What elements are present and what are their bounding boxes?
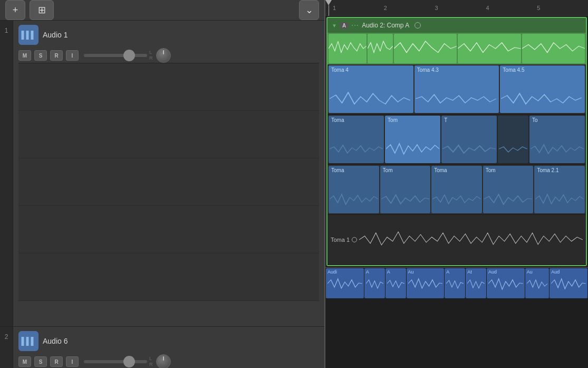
timeline-ruler: 1 2 3 4 5: [325, 0, 588, 16]
ruler-mark-1: 1: [333, 5, 384, 11]
take-waveform-r3-5: [535, 187, 584, 211]
comp-dots-icon[interactable]: ⋯: [351, 21, 359, 30]
fader-thumb-2[interactable]: [123, 356, 135, 367]
take-waveform-dark: [499, 137, 527, 161]
track-header-2: ▌▌▌ Audio 6 M S R I LR: [13, 327, 324, 368]
comp-label-a: A: [340, 22, 348, 29]
fader-thumb-1[interactable]: [123, 50, 135, 61]
take-clip-t-c[interactable]: T: [441, 116, 497, 163]
audio6-clip-2[interactable]: A: [364, 268, 385, 298]
track-name-1: Audio 1: [43, 31, 68, 39]
track-controls-2: M S R I LR: [18, 354, 319, 368]
playhead-triangle: [325, 0, 332, 5]
take-clip-tom-b[interactable]: Tom: [385, 116, 440, 163]
audio6-clip-3[interactable]: A: [385, 268, 406, 298]
audio6-clip-6[interactable]: At: [466, 268, 486, 298]
track-row-2: 2 ▌▌▌ Audio 6 M S R I: [0, 327, 324, 368]
audio6-clip-9[interactable]: Aud: [550, 268, 587, 298]
audio6-label-6: At: [467, 269, 485, 275]
take-label-toma43: Toma 4.3: [417, 67, 497, 73]
fader-lr-2: LR: [149, 356, 153, 367]
take-clip-toma43[interactable]: Toma 4.3: [415, 65, 499, 113]
audio6-label-5: A: [446, 269, 464, 275]
audio6-clip-1[interactable]: Audi: [326, 268, 364, 298]
track-number-1: 1: [0, 21, 13, 326]
track-header-top-2: ▌▌▌ Audio 6: [18, 331, 319, 351]
solo-button-1[interactable]: S: [34, 50, 47, 61]
left-panel: + ⊞ ⌄ 1 ▌▌▌ Audio 1 M S: [0, 0, 324, 368]
comp-clip-1[interactable]: [329, 34, 367, 63]
take-clip-toma45[interactable]: Toma 4.5: [500, 65, 585, 113]
take-label-t-c: T: [444, 117, 494, 123]
audio6-clip-8[interactable]: Au: [525, 268, 549, 298]
track-name-2: Audio 6: [43, 337, 68, 345]
takes-row-2: Toma Tom: [327, 115, 586, 165]
collapse-button[interactable]: ⌄: [299, 0, 319, 20]
take-label-to-e: To: [532, 117, 582, 123]
add-button[interactable]: +: [5, 0, 25, 20]
input-button-2[interactable]: I: [66, 356, 79, 367]
pan-knob-2[interactable]: [156, 354, 171, 368]
take-label-toma21: Toma 2.1: [537, 167, 582, 173]
fader-2: LR: [84, 356, 153, 367]
audio6-label-2: A: [366, 269, 383, 275]
audio6-label-7: Aud: [488, 269, 523, 275]
take-clip-tom-r3-2[interactable]: Tom: [380, 166, 431, 213]
ruler-mark-3: 3: [435, 5, 486, 11]
take-label-tom-r3-2: Tom: [383, 167, 428, 173]
takes-row-3: Toma Tom: [327, 165, 586, 215]
take-clip-toma-a[interactable]: Toma: [329, 116, 384, 163]
take-label-tom-b: Tom: [388, 117, 438, 123]
comp-clip-4[interactable]: [458, 34, 521, 63]
take-clip-toma4[interactable]: Toma 4: [329, 65, 413, 113]
audio6-label-4: Au: [408, 269, 443, 275]
content-area: ▼ A ⋯ Audio 2: Comp A: [325, 16, 588, 368]
fader-track-2[interactable]: [84, 360, 147, 363]
record-button-1[interactable]: R: [50, 50, 63, 61]
fader-1: LR: [84, 50, 153, 61]
fader-track-1[interactable]: [84, 54, 147, 57]
audio6-clip-4[interactable]: Au: [407, 268, 445, 298]
take-clip-dark[interactable]: [498, 116, 528, 163]
pan-knob-1[interactable]: [156, 48, 171, 63]
comp-clip-2[interactable]: [368, 34, 393, 63]
audio6-clip-5[interactable]: A: [445, 268, 465, 298]
add-track-button[interactable]: ⊞: [30, 0, 54, 20]
toma1-label: Toma 1: [331, 237, 350, 243]
take-clip-toma21[interactable]: Toma 2.1: [534, 166, 585, 213]
main-container: + ⊞ ⌄ 1 ▌▌▌ Audio 1 M S: [0, 0, 588, 368]
track-row-1: 1 ▌▌▌ Audio 1 M S R I: [0, 21, 324, 327]
input-button-1[interactable]: I: [66, 50, 79, 61]
takes-container: Toma 4 Toma 4.3: [327, 64, 586, 215]
comp-clip-3[interactable]: [394, 34, 457, 63]
sub-row-1d: [18, 206, 319, 253]
track-controls-1: M S R I LR: [18, 48, 319, 63]
takes-row-1: Toma 4 Toma 4.3: [327, 64, 586, 115]
take-waveform-t-c: [442, 137, 496, 161]
waveform-icon-2: ▌▌▌: [22, 337, 36, 345]
take-clip-toma-r3-1[interactable]: Toma: [329, 166, 379, 213]
take-waveform-toma45: [501, 87, 584, 111]
take-clip-toma-r3-3[interactable]: Toma: [431, 166, 482, 213]
mute-button-1[interactable]: M: [18, 50, 31, 61]
waveform-icon-1: ▌▌▌: [22, 31, 36, 39]
audio6-clip-7[interactable]: Aud: [487, 268, 525, 298]
toma1-circle-icon: [352, 237, 357, 242]
audio6-label-1: Audi: [327, 269, 362, 275]
fader-lr-1: LR: [149, 50, 153, 61]
take-clip-tom-r3-4[interactable]: Tom: [483, 166, 534, 213]
record-button-2[interactable]: R: [50, 356, 63, 367]
take-clip-to-e[interactable]: To: [529, 116, 585, 163]
track-icon-1: ▌▌▌: [18, 25, 38, 45]
track-number-2: 2: [0, 327, 13, 368]
comp-circle-icon[interactable]: [415, 22, 421, 29]
comp-clip-5[interactable]: [522, 34, 585, 63]
sub-row-1e: [18, 253, 319, 301]
sub-row-1c: [18, 158, 319, 206]
comp-header: ▼ A ⋯ Audio 2: Comp A: [327, 18, 586, 33]
comp-arrow-icon[interactable]: ▼: [332, 23, 337, 29]
mute-button-2[interactable]: M: [18, 356, 31, 367]
track-icon-2: ▌▌▌: [18, 331, 38, 351]
track-header-top-1: ▌▌▌ Audio 1: [18, 25, 319, 45]
solo-button-2[interactable]: S: [34, 356, 47, 367]
